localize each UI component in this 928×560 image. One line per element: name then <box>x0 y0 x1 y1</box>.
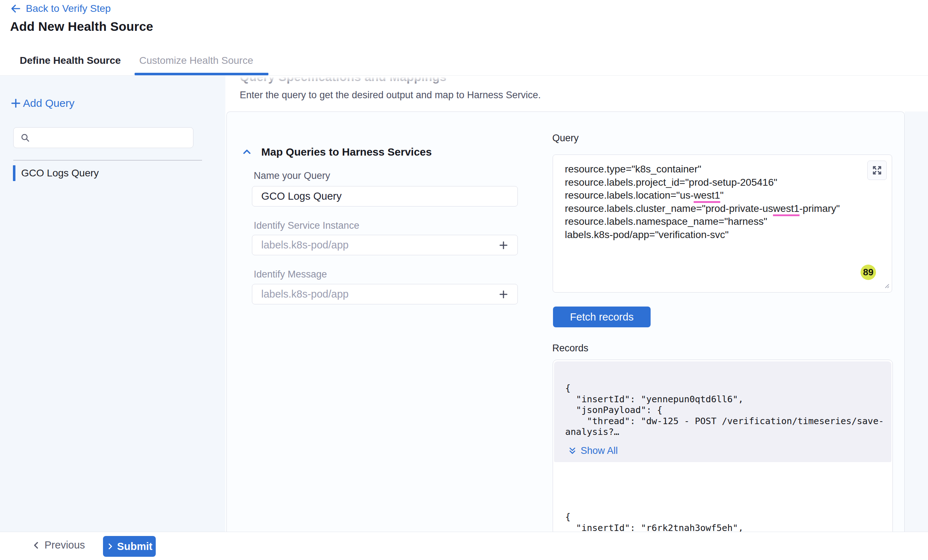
expand-icon <box>872 165 882 176</box>
back-link-label: Back to Verify Step <box>26 3 111 14</box>
tab-customize-health-source[interactable]: Customize Health Source <box>139 46 253 75</box>
scroll-gutter[interactable] <box>905 111 928 532</box>
map-queries-section-toggle[interactable]: Map Queries to Harness Services <box>242 146 432 158</box>
footer-bar: Previous Submit <box>0 532 928 560</box>
chevron-right-icon <box>106 542 114 550</box>
query-char-count-badge: 89 <box>861 265 876 280</box>
identify-service-instance-value: labels.k8s-pod/app <box>261 239 348 251</box>
page-header: Back to Verify Step Add New Health Sourc… <box>0 0 928 46</box>
chevron-up-icon <box>242 147 252 157</box>
map-queries-section-title: Map Queries to Harness Services <box>261 146 432 158</box>
active-tab-indicator <box>134 73 269 75</box>
selected-query-indicator <box>13 165 15 181</box>
resize-handle-icon[interactable] <box>883 282 890 291</box>
previous-label: Previous <box>44 539 85 551</box>
submit-label: Submit <box>117 541 152 552</box>
back-to-verify-step-link[interactable]: Back to Verify Step <box>10 3 111 14</box>
expand-query-button[interactable] <box>867 161 887 180</box>
record-1-json: { "insertId": "yennepun0qtd6ll6", "jsonP… <box>565 383 884 438</box>
record-item-1: { "insertId": "yennepun0qtd6ll6", "jsonP… <box>554 361 891 462</box>
section-heading: Query Specifications and Mappings <box>240 76 446 84</box>
search-icon <box>20 132 30 143</box>
show-all-button[interactable]: Show All <box>568 445 618 457</box>
name-your-query-input[interactable]: GCO Logs Query <box>252 186 518 207</box>
add-message-field-button[interactable] <box>498 289 509 300</box>
records-label: Records <box>552 343 589 354</box>
double-chevron-down-icon <box>568 446 577 456</box>
name-your-query-value: GCO Logs Query <box>261 190 342 202</box>
identify-message-label: Identify Message <box>254 269 327 280</box>
records-card: { "insertId": "yennepun0qtd6ll6", "jsonP… <box>553 359 893 532</box>
add-health-source-page: Back to Verify Step Add New Health Sourc… <box>0 0 928 560</box>
tab-bar: Define Health Source Customize Health So… <box>0 46 928 76</box>
record-2-json: { "insertId": "r6rk2tnah3owf5eh", "jsonP… <box>565 511 884 532</box>
add-query-label: Add Query <box>23 97 74 110</box>
query-text: resource.type="k8s_container"resource.la… <box>565 163 863 241</box>
query-sidebar: Add Query GCO Logs Query <box>0 76 225 532</box>
plus-icon <box>10 97 21 109</box>
query-label: Query <box>552 132 579 144</box>
query-search-box[interactable] <box>13 127 194 148</box>
sidebar-divider <box>13 160 202 161</box>
fetch-records-button[interactable]: Fetch records <box>553 306 650 327</box>
main-content: Query Specifications and Mappings Enter … <box>225 76 928 532</box>
page-title: Add New Health Source <box>10 19 153 34</box>
name-your-query-label: Name your Query <box>254 170 330 181</box>
identify-message-value: labels.k8s-pod/app <box>261 288 348 300</box>
previous-button[interactable]: Previous <box>32 539 85 551</box>
section-subheading: Enter the query to get the desired outpu… <box>240 90 541 101</box>
submit-button[interactable]: Submit <box>103 536 156 557</box>
query-textarea[interactable]: resource.type="k8s_container"resource.la… <box>553 155 892 292</box>
add-service-instance-field-button[interactable] <box>498 240 509 251</box>
identify-message-input[interactable]: labels.k8s-pod/app <box>252 284 518 304</box>
sidebar-item-gco-logs-query[interactable]: GCO Logs Query <box>0 165 225 181</box>
add-query-button[interactable]: Add Query <box>10 97 74 110</box>
identify-service-instance-label: Identify Service Instance <box>254 220 359 231</box>
search-input[interactable] <box>35 132 179 143</box>
back-arrow-icon <box>10 3 21 14</box>
query-mappings-panel: Map Queries to Harness Services Name you… <box>226 111 905 532</box>
record-item-2: { "insertId": "r6rk2tnah3owf5eh", "jsonP… <box>554 489 891 532</box>
show-all-label: Show All <box>581 445 618 457</box>
query-item-label: GCO Logs Query <box>21 167 99 179</box>
tab-define-health-source[interactable]: Define Health Source <box>20 46 121 75</box>
chevron-left-icon <box>32 541 41 550</box>
identify-service-instance-input[interactable]: labels.k8s-pod/app <box>252 235 518 255</box>
